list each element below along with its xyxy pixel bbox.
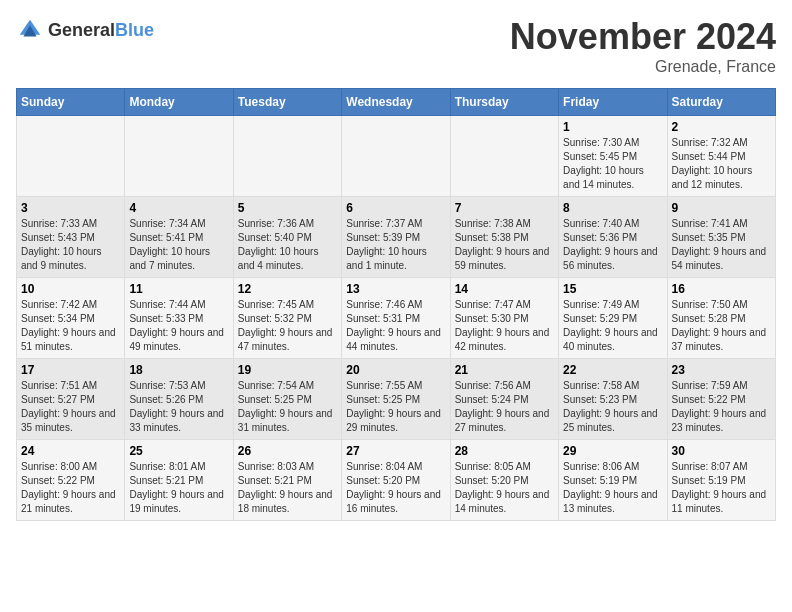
day-info: Sunrise: 7:45 AM Sunset: 5:32 PM Dayligh… (238, 298, 337, 354)
day-number: 9 (672, 201, 771, 215)
day-cell: 4Sunrise: 7:34 AM Sunset: 5:41 PM Daylig… (125, 197, 233, 278)
day-info: Sunrise: 7:55 AM Sunset: 5:25 PM Dayligh… (346, 379, 445, 435)
day-info: Sunrise: 7:50 AM Sunset: 5:28 PM Dayligh… (672, 298, 771, 354)
day-cell: 20Sunrise: 7:55 AM Sunset: 5:25 PM Dayli… (342, 359, 450, 440)
day-info: Sunrise: 7:44 AM Sunset: 5:33 PM Dayligh… (129, 298, 228, 354)
day-info: Sunrise: 7:33 AM Sunset: 5:43 PM Dayligh… (21, 217, 120, 273)
day-cell: 11Sunrise: 7:44 AM Sunset: 5:33 PM Dayli… (125, 278, 233, 359)
day-info: Sunrise: 7:42 AM Sunset: 5:34 PM Dayligh… (21, 298, 120, 354)
day-number: 7 (455, 201, 554, 215)
week-row-1: 1Sunrise: 7:30 AM Sunset: 5:45 PM Daylig… (17, 116, 776, 197)
day-cell: 18Sunrise: 7:53 AM Sunset: 5:26 PM Dayli… (125, 359, 233, 440)
day-number: 11 (129, 282, 228, 296)
day-number: 19 (238, 363, 337, 377)
day-number: 22 (563, 363, 662, 377)
day-number: 6 (346, 201, 445, 215)
month-title: November 2024 (510, 16, 776, 58)
weekday-header-monday: Monday (125, 89, 233, 116)
day-number: 10 (21, 282, 120, 296)
day-number: 26 (238, 444, 337, 458)
day-info: Sunrise: 8:00 AM Sunset: 5:22 PM Dayligh… (21, 460, 120, 516)
day-number: 24 (21, 444, 120, 458)
week-row-4: 17Sunrise: 7:51 AM Sunset: 5:27 PM Dayli… (17, 359, 776, 440)
day-number: 1 (563, 120, 662, 134)
day-info: Sunrise: 7:46 AM Sunset: 5:31 PM Dayligh… (346, 298, 445, 354)
day-cell: 1Sunrise: 7:30 AM Sunset: 5:45 PM Daylig… (559, 116, 667, 197)
day-cell: 29Sunrise: 8:06 AM Sunset: 5:19 PM Dayli… (559, 440, 667, 521)
day-number: 13 (346, 282, 445, 296)
day-cell: 17Sunrise: 7:51 AM Sunset: 5:27 PM Dayli… (17, 359, 125, 440)
day-cell: 6Sunrise: 7:37 AM Sunset: 5:39 PM Daylig… (342, 197, 450, 278)
day-info: Sunrise: 7:58 AM Sunset: 5:23 PM Dayligh… (563, 379, 662, 435)
day-cell: 27Sunrise: 8:04 AM Sunset: 5:20 PM Dayli… (342, 440, 450, 521)
day-number: 8 (563, 201, 662, 215)
day-number: 23 (672, 363, 771, 377)
day-number: 4 (129, 201, 228, 215)
day-cell: 16Sunrise: 7:50 AM Sunset: 5:28 PM Dayli… (667, 278, 775, 359)
day-info: Sunrise: 8:07 AM Sunset: 5:19 PM Dayligh… (672, 460, 771, 516)
day-cell: 21Sunrise: 7:56 AM Sunset: 5:24 PM Dayli… (450, 359, 558, 440)
day-number: 14 (455, 282, 554, 296)
page-header: GeneralBlue November 2024 Grenade, Franc… (16, 16, 776, 76)
day-info: Sunrise: 8:01 AM Sunset: 5:21 PM Dayligh… (129, 460, 228, 516)
day-info: Sunrise: 7:36 AM Sunset: 5:40 PM Dayligh… (238, 217, 337, 273)
weekday-header-sunday: Sunday (17, 89, 125, 116)
day-cell: 24Sunrise: 8:00 AM Sunset: 5:22 PM Dayli… (17, 440, 125, 521)
day-info: Sunrise: 7:40 AM Sunset: 5:36 PM Dayligh… (563, 217, 662, 273)
day-cell: 22Sunrise: 7:58 AM Sunset: 5:23 PM Dayli… (559, 359, 667, 440)
day-info: Sunrise: 7:51 AM Sunset: 5:27 PM Dayligh… (21, 379, 120, 435)
day-cell: 30Sunrise: 8:07 AM Sunset: 5:19 PM Dayli… (667, 440, 775, 521)
day-cell: 19Sunrise: 7:54 AM Sunset: 5:25 PM Dayli… (233, 359, 341, 440)
day-info: Sunrise: 7:34 AM Sunset: 5:41 PM Dayligh… (129, 217, 228, 273)
week-row-3: 10Sunrise: 7:42 AM Sunset: 5:34 PM Dayli… (17, 278, 776, 359)
day-cell (17, 116, 125, 197)
day-number: 17 (21, 363, 120, 377)
week-row-2: 3Sunrise: 7:33 AM Sunset: 5:43 PM Daylig… (17, 197, 776, 278)
day-number: 5 (238, 201, 337, 215)
logo: GeneralBlue (16, 16, 154, 44)
day-cell: 13Sunrise: 7:46 AM Sunset: 5:31 PM Dayli… (342, 278, 450, 359)
logo-icon (16, 16, 44, 44)
day-cell (125, 116, 233, 197)
weekday-header-row: SundayMondayTuesdayWednesdayThursdayFrid… (17, 89, 776, 116)
day-cell: 23Sunrise: 7:59 AM Sunset: 5:22 PM Dayli… (667, 359, 775, 440)
logo-general-text: General (48, 20, 115, 40)
day-cell: 3Sunrise: 7:33 AM Sunset: 5:43 PM Daylig… (17, 197, 125, 278)
day-cell: 14Sunrise: 7:47 AM Sunset: 5:30 PM Dayli… (450, 278, 558, 359)
day-number: 29 (563, 444, 662, 458)
day-cell: 7Sunrise: 7:38 AM Sunset: 5:38 PM Daylig… (450, 197, 558, 278)
weekday-header-wednesday: Wednesday (342, 89, 450, 116)
day-info: Sunrise: 7:54 AM Sunset: 5:25 PM Dayligh… (238, 379, 337, 435)
day-cell: 2Sunrise: 7:32 AM Sunset: 5:44 PM Daylig… (667, 116, 775, 197)
day-number: 30 (672, 444, 771, 458)
day-cell: 8Sunrise: 7:40 AM Sunset: 5:36 PM Daylig… (559, 197, 667, 278)
day-cell: 9Sunrise: 7:41 AM Sunset: 5:35 PM Daylig… (667, 197, 775, 278)
calendar-table: SundayMondayTuesdayWednesdayThursdayFrid… (16, 88, 776, 521)
day-cell (342, 116, 450, 197)
day-number: 12 (238, 282, 337, 296)
weekday-header-saturday: Saturday (667, 89, 775, 116)
day-cell: 25Sunrise: 8:01 AM Sunset: 5:21 PM Dayli… (125, 440, 233, 521)
day-number: 3 (21, 201, 120, 215)
day-info: Sunrise: 8:03 AM Sunset: 5:21 PM Dayligh… (238, 460, 337, 516)
day-cell: 5Sunrise: 7:36 AM Sunset: 5:40 PM Daylig… (233, 197, 341, 278)
day-info: Sunrise: 7:49 AM Sunset: 5:29 PM Dayligh… (563, 298, 662, 354)
weekday-header-tuesday: Tuesday (233, 89, 341, 116)
day-cell: 26Sunrise: 8:03 AM Sunset: 5:21 PM Dayli… (233, 440, 341, 521)
day-number: 18 (129, 363, 228, 377)
day-number: 20 (346, 363, 445, 377)
day-cell (450, 116, 558, 197)
day-cell: 12Sunrise: 7:45 AM Sunset: 5:32 PM Dayli… (233, 278, 341, 359)
day-info: Sunrise: 8:04 AM Sunset: 5:20 PM Dayligh… (346, 460, 445, 516)
location: Grenade, France (510, 58, 776, 76)
day-info: Sunrise: 7:53 AM Sunset: 5:26 PM Dayligh… (129, 379, 228, 435)
day-cell: 28Sunrise: 8:05 AM Sunset: 5:20 PM Dayli… (450, 440, 558, 521)
day-cell: 15Sunrise: 7:49 AM Sunset: 5:29 PM Dayli… (559, 278, 667, 359)
day-cell: 10Sunrise: 7:42 AM Sunset: 5:34 PM Dayli… (17, 278, 125, 359)
day-info: Sunrise: 7:38 AM Sunset: 5:38 PM Dayligh… (455, 217, 554, 273)
day-number: 28 (455, 444, 554, 458)
day-number: 2 (672, 120, 771, 134)
day-info: Sunrise: 7:56 AM Sunset: 5:24 PM Dayligh… (455, 379, 554, 435)
day-info: Sunrise: 7:47 AM Sunset: 5:30 PM Dayligh… (455, 298, 554, 354)
day-info: Sunrise: 7:41 AM Sunset: 5:35 PM Dayligh… (672, 217, 771, 273)
